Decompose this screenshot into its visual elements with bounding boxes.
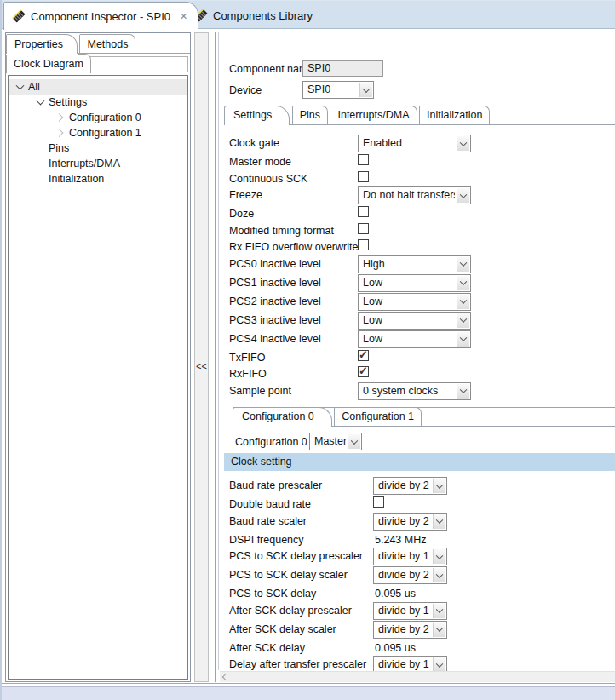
form-row: PCS3 inactive level Low [229,312,615,330]
tree-item-settings[interactable]: Settings [9,95,187,110]
form-row: PCS to SCK delay prescaler divide by 1 [229,548,615,566]
form-row: PCS to SCK delay scaler divide by 2 [229,566,615,585]
master-mode-checkbox[interactable] [358,154,369,165]
pcs1-inactive-level-select[interactable]: Low [358,274,471,292]
tab-configuration-0[interactable]: Configuration 0 [233,407,332,427]
field-label: Delay after transfer prescaler [229,658,366,670]
pcs4-inactive-level-select[interactable]: Low [358,330,471,348]
select-value: 0 system clocks [363,383,455,399]
txfifo-checkbox[interactable] [358,350,369,361]
pcs-to-sck-delay-scaler-select[interactable]: divide by 2 [373,566,447,584]
after-sck-delay-prescaler-select[interactable]: divide by 1 [373,602,447,620]
component-name-field[interactable]: SPI0 [302,60,383,77]
tree-item-initialization[interactable]: Initialization [9,171,187,186]
chevron-down-icon [457,313,469,328]
pcs2-inactive-level-select[interactable]: Low [358,293,471,311]
chevron-down-icon [433,514,445,529]
form-row: Double baud rate [229,496,615,513]
configuration-form: Baud rate prescaler divide by 2 Double b… [229,477,615,674]
chevron-down-icon[interactable] [33,95,49,109]
chevron-down-icon [457,257,469,272]
chevron-down-icon[interactable] [13,80,28,94]
field-label: DSPI frequency [229,534,304,546]
form-row: Master mode [229,153,615,170]
select-value: Low [363,331,455,347]
chevron-down-icon [457,295,469,309]
chevron-down-icon [457,276,469,290]
settings-form: Clock gate Enabled Master mode Continuou… [229,135,615,401]
form-row: PCS to SCK delay 0.095 us [229,585,615,602]
tab-initialization[interactable]: Initialization [419,106,490,125]
double-baud-rate-checkbox[interactable] [373,496,384,508]
field-label: RxFIFO [229,368,267,380]
select-value: SPI0 [308,82,358,98]
tab-configuration-1[interactable]: Configuration 1 [334,407,422,427]
field-label: After SCK delay scaler [229,623,336,635]
field-label: PCS0 inactive level [229,258,321,270]
field-label: Double baud rate [229,498,311,510]
rxfifo-checkbox[interactable] [358,366,369,377]
tab-properties[interactable]: Properties [6,34,78,54]
after-sck-delay-scaler-select[interactable]: divide by 2 [373,621,447,639]
sample-point-select[interactable]: 0 system clocks [358,382,471,400]
tab-methods[interactable]: Methods [79,34,135,54]
field-label: PCS to SCK delay [229,588,316,600]
scroll-left-icon[interactable] [222,674,229,680]
collapse-panel-button[interactable]: << [194,32,209,682]
baud-rate-prescaler-select[interactable]: divide by 2 [373,477,447,495]
tab-component-inspector[interactable]: Component Inspector - SPI0 ✕ [3,2,198,30]
dspi-frequency-value: 5.243 MHz [375,534,426,546]
device-select[interactable]: SPI0 [302,81,374,99]
tree-spacer [33,141,49,155]
chevron-down-icon [433,549,445,564]
continuous-sck-checkbox[interactable] [358,171,369,182]
doze-checkbox[interactable] [358,206,369,217]
chevron-down-icon [457,384,469,399]
chevron-right-icon[interactable] [54,111,69,124]
pcs-to-sck-delay-prescaler-select[interactable]: divide by 1 [373,548,447,565]
form-row: TxFIFO [229,349,615,366]
configuration-mode-select[interactable]: Master [309,433,362,450]
tree-item-pins[interactable]: Pins [9,141,187,156]
field-label: Doze [229,208,254,220]
field-label: Modified timing format [229,225,334,237]
tree-item-label: Pins [49,142,69,154]
form-row: PCS0 inactive level High [229,255,615,274]
tab-components-library[interactable]: Components Library [187,2,323,29]
baud-rate-scaler-select[interactable]: divide by 2 [373,513,447,531]
freeze-select[interactable]: Do not halt transfers [358,186,471,204]
field-label: PCS2 inactive level [229,295,321,307]
select-value: Low [363,313,455,329]
chevron-right-icon[interactable] [54,126,69,140]
tab-label: Component Inspector - SPI0 [31,10,170,23]
tab-clock-diagram[interactable]: Clock Diagram [6,54,91,73]
tab-pins[interactable]: Pins [292,106,328,125]
tree-item-all[interactable]: All [9,79,187,95]
tab-settings[interactable]: Settings [224,106,290,125]
select-value: divide by 2 [378,622,431,638]
select-value: divide by 1 [378,548,431,565]
tree-item-configuration-0[interactable]: Configuration 0 [9,110,187,125]
tab-interrupts-dma[interactable]: Interrupts/DMA [330,106,417,125]
tree-spacer [33,157,49,170]
tree-item-configuration-1[interactable]: Configuration 1 [9,125,187,141]
chevron-down-icon [433,568,445,582]
pcs0-inactive-level-select[interactable]: High [358,255,471,273]
properties-panel: Properties Methods Clock Diagram All Set… [5,32,191,682]
select-value: Enabled [363,135,455,152]
close-icon[interactable]: ✕ [180,11,187,22]
form-row: PCS1 inactive level Low [229,274,615,293]
rx-fifo-overflow-overwrite-checkbox[interactable] [358,239,369,250]
form-row: Modified timing format [229,222,615,239]
pcs3-inactive-level-select[interactable]: Low [358,312,471,330]
modified-timing-format-checkbox[interactable] [358,223,369,234]
tree-item-label: Initialization [49,173,104,185]
clock-gate-select[interactable]: Enabled [358,135,471,152]
form-row: Freeze Do not halt transfers [229,186,615,205]
chevron-down-icon [433,623,445,637]
chevron-down-icon [359,83,372,97]
field-label: PCS to SCK delay prescaler [229,550,363,562]
horizontal-scrollbar[interactable] [220,671,615,682]
tree-item-interrupts-dma[interactable]: Interrupts/DMA [9,156,187,171]
field-label: Baud rate prescaler [229,479,322,491]
